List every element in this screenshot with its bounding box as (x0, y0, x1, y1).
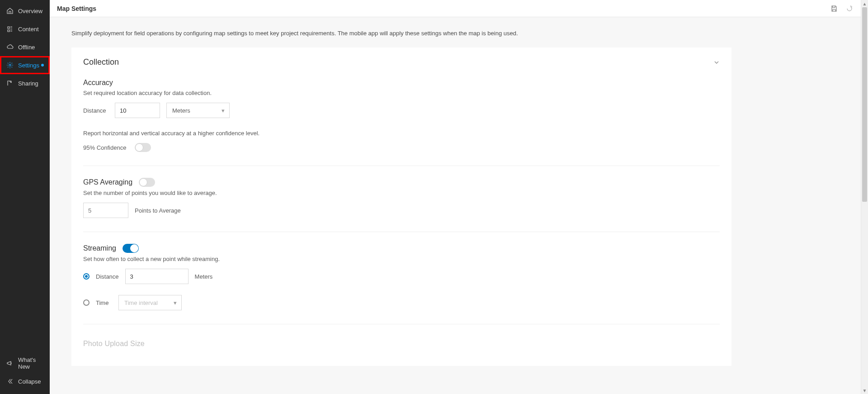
accuracy-distance-label: Distance (83, 107, 108, 114)
content-scroll[interactable]: Simplify deployment for field operations… (50, 17, 861, 394)
home-icon (6, 7, 14, 14)
save-button[interactable] (830, 5, 838, 13)
accuracy-distance-input[interactable] (115, 103, 160, 118)
caret-down-icon: ▾ (222, 107, 225, 114)
sidebar-item-content[interactable]: Content (0, 20, 50, 38)
panel-title: Collection (83, 57, 119, 67)
streaming-desc: Set how often to collect a new point whi… (83, 256, 720, 262)
confidence-toggle[interactable] (135, 143, 151, 152)
page-title: Map Settings (57, 5, 96, 12)
divider (83, 232, 720, 232)
sidebar-item-label: Offline (18, 44, 35, 51)
layers-icon (6, 25, 14, 33)
collection-panel: Collection Accuracy Set required locatio… (71, 47, 731, 366)
main: Map Settings Simplify deployment for fie… (50, 0, 861, 394)
sidebar-item-sharing[interactable]: Sharing (0, 74, 50, 92)
streaming-title-text: Streaming (83, 244, 116, 252)
gps-toggle[interactable] (139, 178, 155, 187)
streaming-title: Streaming (83, 244, 720, 253)
sidebar-item-label: Content (18, 26, 39, 33)
sidebar-nav-bottom: What's New Collapse (0, 354, 50, 394)
scroll-down-arrow-icon[interactable]: ▼ (861, 387, 868, 394)
accuracy-unit-value: Meters (172, 107, 190, 114)
streaming-distance-row: Distance Meters (83, 269, 720, 284)
share-icon (6, 80, 14, 87)
window-scrollbar[interactable]: ▲ ▼ (861, 0, 868, 394)
streaming-toggle[interactable] (123, 244, 139, 253)
sidebar-item-label: What's New (18, 356, 43, 370)
sidebar-item-collapse[interactable]: Collapse (0, 372, 50, 390)
sidebar-item-offline[interactable]: Offline (0, 38, 50, 56)
unsaved-indicator-icon (41, 64, 44, 66)
reset-button[interactable] (845, 5, 854, 13)
accuracy-desc: Set required location accuracy for data … (83, 90, 720, 96)
scroll-up-arrow-icon[interactable]: ▲ (861, 0, 868, 7)
gear-icon (6, 62, 14, 69)
streaming-time-select[interactable]: Time interval ▾ (118, 295, 182, 310)
streaming-distance-radio[interactable] (83, 273, 90, 280)
gps-title-text: GPS Averaging (83, 178, 132, 186)
confidence-label: 95% Confidence (83, 144, 128, 151)
panel-head: Collection (83, 57, 720, 67)
streaming-distance-label: Distance (96, 273, 119, 280)
scroll-thumb[interactable] (862, 7, 867, 202)
gps-points-label: Points to Average (135, 207, 181, 214)
streaming-time-radio[interactable] (83, 299, 90, 306)
sidebar-item-overview[interactable]: Overview (0, 2, 50, 20)
header: Map Settings (50, 0, 861, 17)
megaphone-icon (6, 360, 14, 367)
streaming-distance-unit: Meters (195, 273, 213, 280)
confidence-row: 95% Confidence (83, 143, 720, 152)
sidebar-item-label: Overview (18, 8, 42, 14)
sidebar-item-settings[interactable]: Settings (0, 56, 50, 74)
streaming-time-row: Time Time interval ▾ (83, 295, 720, 310)
accuracy-unit-select[interactable]: Meters ▾ (166, 103, 230, 118)
sidebar-item-label: Collapse (18, 378, 41, 385)
streaming-section: Streaming Set how often to collect a new… (83, 244, 720, 310)
header-tools (830, 5, 854, 13)
panel-collapse-toggle[interactable] (713, 59, 720, 66)
gps-desc: Set the number of points you would like … (83, 190, 720, 196)
divider (83, 324, 720, 324)
gps-points-row: Points to Average (83, 203, 720, 218)
intro-text: Simplify deployment for field operations… (71, 30, 614, 37)
scroll-track[interactable] (861, 7, 868, 387)
caret-down-icon: ▾ (174, 299, 177, 306)
sidebar-item-whats-new[interactable]: What's New (0, 354, 50, 372)
gps-points-input[interactable] (83, 203, 128, 218)
streaming-distance-input[interactable] (125, 269, 189, 284)
streaming-time-placeholder: Time interval (124, 299, 158, 306)
streaming-time-label: Time (96, 299, 112, 306)
sidebar: Overview Content Offline Settings Sha (0, 0, 50, 394)
sidebar-item-label: Sharing (18, 80, 38, 87)
accuracy-section: Accuracy Set required location accuracy … (83, 79, 720, 152)
cloud-icon (6, 43, 14, 51)
divider (83, 166, 720, 166)
collapse-icon (6, 378, 14, 385)
gps-title: GPS Averaging (83, 178, 720, 187)
gps-section: GPS Averaging Set the number of points y… (83, 178, 720, 218)
accuracy-distance-row: Distance Meters ▾ (83, 103, 720, 118)
accuracy-title: Accuracy (83, 79, 720, 87)
photo-upload-title: Photo Upload Size (83, 340, 720, 348)
sidebar-nav-top: Overview Content Offline Settings Sha (0, 0, 50, 354)
svg-point-0 (9, 64, 11, 66)
sidebar-item-label: Settings (18, 62, 39, 69)
confidence-desc: Report horizontal and vertical accuracy … (83, 130, 720, 137)
